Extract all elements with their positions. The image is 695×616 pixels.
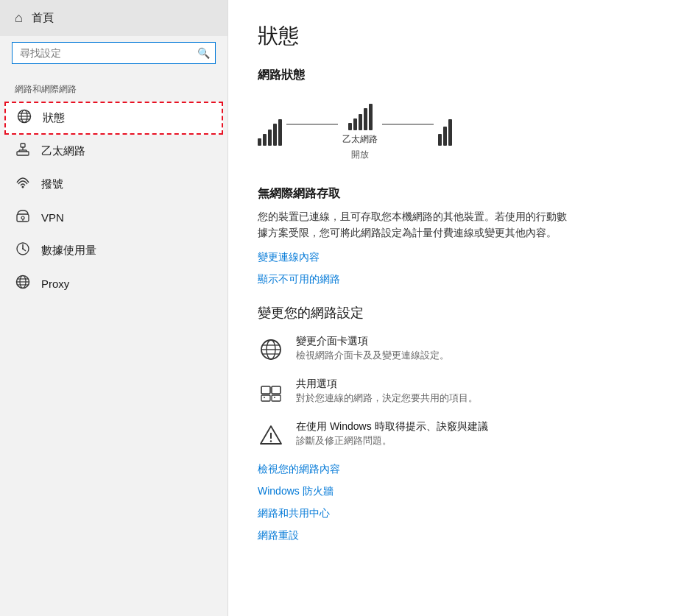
sidebar-item-status-label: 狀態 — [43, 111, 65, 125]
sidebar-item-proxy[interactable]: Proxy — [0, 267, 227, 300]
sidebar-item-status[interactable]: 狀態 — [4, 102, 223, 135]
ethernet-center: 乙太網路 開放 — [342, 104, 378, 161]
sidebar-home-label: 首頁 — [32, 11, 54, 25]
adapter-options-title: 變更介面卡選項 — [296, 335, 449, 348]
svg-rect-28 — [261, 386, 270, 394]
sidebar-item-vpn[interactable]: VPN — [0, 201, 227, 234]
svg-point-12 — [22, 186, 24, 188]
sidebar-item-dialup[interactable]: 撥號 — [0, 168, 227, 201]
sidebar-item-ethernet[interactable]: 乙太網路 — [0, 135, 227, 168]
sidebar-section-label: 網路和網際網路 — [0, 76, 227, 102]
svg-point-14 — [21, 216, 24, 219]
windows-tips-title: 在使用 Windows 時取得提示、訣竅與建議 — [296, 420, 488, 433]
sidebar-item-vpn-label: VPN — [41, 211, 64, 224]
connector-line-2 — [382, 124, 434, 125]
main-content: 狀態 網路狀態 乙太網路 開放 — [228, 0, 695, 616]
warning-icon — [258, 422, 284, 448]
proxy-icon — [15, 275, 31, 293]
page-title: 狀態 — [258, 22, 666, 50]
sidebar-item-data-usage[interactable]: 數據使用量 — [0, 234, 227, 267]
svg-point-36 — [270, 440, 272, 442]
svg-rect-31 — [272, 395, 281, 401]
signal-bars-center — [348, 104, 373, 130]
sidebar-item-proxy-label: Proxy — [41, 277, 69, 290]
svg-rect-30 — [272, 386, 281, 394]
network-sharing-center-link[interactable]: 網路和共用中心 — [258, 507, 666, 520]
sharing-options-desc: 對於您連線的網路，決定您要共用的項目。 — [296, 392, 478, 405]
svg-point-17 — [22, 248, 24, 249]
windows-firewall-link[interactable]: Windows 防火牆 — [258, 485, 666, 498]
wireless-section: 無網際網路存取 您的裝置已連線，且可存取您本機網路的其他裝置。若使用的行動數據方… — [258, 186, 666, 286]
wireless-desc: 您的裝置已連線，且可存取您本機網路的其他裝置。若使用的行動數據方案受限，您可將此… — [258, 209, 574, 241]
adapter-icon — [258, 336, 284, 363]
adapter-options-item: 變更介面卡選項 檢視網路介面卡及及變更連線設定。 — [258, 335, 666, 363]
adapter-options-desc: 檢視網路介面卡及及變更連線設定。 — [296, 350, 449, 362]
ethernet-label: 乙太網路 — [342, 133, 378, 146]
adapter-options-text: 變更介面卡選項 檢視網路介面卡及及變更連線設定。 — [296, 335, 449, 362]
change-connection-link[interactable]: 變更連線內容 — [258, 251, 666, 264]
svg-rect-6 — [21, 144, 25, 147]
sidebar-item-ethernet-label: 乙太網路 — [41, 144, 85, 158]
view-network-properties-link[interactable]: 檢視您的網路內容 — [258, 463, 666, 476]
network-reset-link[interactable]: 網路重設 — [258, 529, 666, 542]
sidebar-item-dialup-label: 撥號 — [41, 177, 63, 191]
sharing-options-title: 共用選項 — [296, 378, 478, 391]
sidebar-home[interactable]: ⌂ 首頁 — [0, 0, 227, 36]
signal-bars-right — [438, 119, 452, 146]
search-icon: 🔍 — [197, 47, 210, 59]
svg-rect-5 — [17, 152, 29, 155]
change-section-title: 變更您的網路設定 — [258, 304, 666, 322]
change-section: 變更您的網路設定 變更介面卡選項 檢視網路介面卡及及變更連線設定。 — [258, 304, 666, 542]
search-input[interactable] — [12, 42, 216, 64]
search-wrap: 🔍 — [12, 42, 216, 64]
show-unavailable-link[interactable]: 顯示不可用的網路 — [258, 273, 666, 286]
ethernet-sublabel: 開放 — [351, 149, 369, 161]
windows-tips-text: 在使用 Windows 時取得提示、訣竅與建議 診斷及修正網路問題。 — [296, 420, 488, 447]
sharing-icon — [258, 379, 284, 406]
svg-rect-29 — [261, 395, 270, 401]
sidebar-item-data-usage-label: 數據使用量 — [41, 244, 96, 258]
status-icon — [16, 109, 32, 127]
search-box-wrap: 🔍 — [0, 36, 227, 76]
network-diagram: 乙太網路 開放 — [258, 96, 666, 169]
network-status-title: 網路狀態 — [258, 68, 666, 83]
windows-tips-desc: 診斷及修正網路問題。 — [296, 435, 488, 447]
signal-bars-left — [258, 119, 282, 146]
wireless-title: 無網際網路存取 — [258, 186, 666, 202]
sidebar: ⌂ 首頁 🔍 網路和網際網路 狀態 — [0, 0, 228, 616]
signal-right — [438, 119, 452, 146]
vpn-icon — [15, 208, 31, 227]
sharing-options-item: 共用選項 對於您連線的網路，決定您要共用的項目。 — [258, 378, 666, 406]
home-icon: ⌂ — [15, 10, 23, 26]
signal-left — [258, 119, 282, 146]
data-usage-icon — [15, 241, 31, 260]
windows-tips-item: 在使用 Windows 時取得提示、訣竅與建議 診斷及修正網路問題。 — [258, 420, 666, 448]
connector-line-1 — [286, 124, 338, 125]
ethernet-icon — [15, 142, 31, 160]
sharing-options-text: 共用選項 對於您連線的網路，決定您要共用的項目。 — [296, 378, 478, 405]
dialup-icon — [15, 175, 31, 194]
